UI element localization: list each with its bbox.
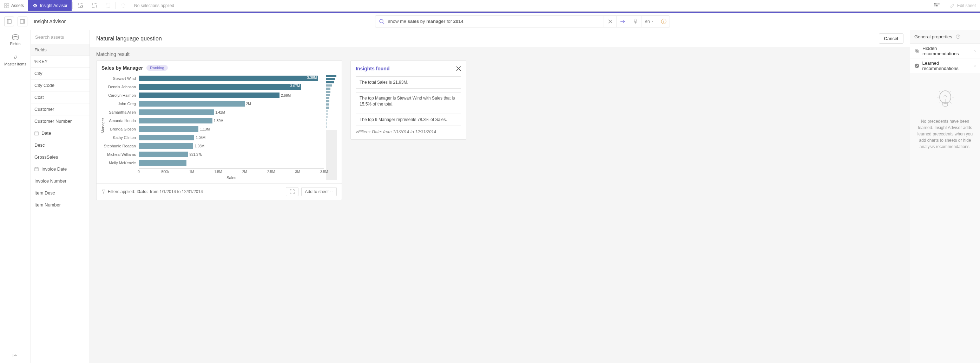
- field-label: %KEY: [34, 59, 48, 64]
- search-input[interactable]: show me sales by manager for 2014: [388, 19, 604, 24]
- rail-fields[interactable]: Fields: [0, 30, 30, 50]
- field-item[interactable]: GrossSales: [31, 151, 89, 163]
- toggle-right-panel-button[interactable]: [18, 16, 27, 26]
- svg-point-19: [380, 19, 383, 23]
- svg-line-44: [939, 102, 940, 103]
- question-title: Natural language question: [96, 35, 162, 42]
- svg-line-20: [383, 22, 384, 24]
- field-item[interactable]: Customer Number: [31, 115, 89, 127]
- x-tick: 500k: [162, 170, 169, 174]
- voice-input-button[interactable]: [629, 16, 641, 27]
- field-label: GrossSales: [34, 154, 58, 160]
- edit-sheet-button[interactable]: Edit sheet: [946, 0, 980, 11]
- insight-item: The total Sales is 21.93M.: [356, 76, 461, 89]
- x-axis-label: Sales: [139, 175, 324, 180]
- field-item[interactable]: Invoice Number: [31, 175, 89, 187]
- insight-advisor-tab[interactable]: Insight Advisor: [28, 0, 72, 11]
- x-tick: 0: [138, 170, 140, 174]
- bar-row[interactable]: Micheal Williams931.37k: [102, 150, 324, 158]
- minimap-bar: [326, 113, 328, 115]
- microphone-icon: [633, 19, 638, 24]
- bar-row[interactable]: Samantha Allen1.42M: [102, 108, 324, 117]
- language-select[interactable]: en: [641, 16, 657, 27]
- field-item[interactable]: Customer: [31, 103, 89, 115]
- bar-row[interactable]: Kathy Clinton1.05M: [102, 133, 324, 142]
- bar-row[interactable]: Dennis Johnson3.07M: [102, 83, 324, 91]
- clear-search-button[interactable]: [604, 16, 616, 27]
- bar-row[interactable]: Stewart Wind3.39M: [102, 74, 324, 83]
- add-to-sheet-button[interactable]: Add to sheet: [301, 187, 337, 196]
- svg-line-37: [915, 49, 919, 53]
- hidden-recommendations-item[interactable]: Hidden recommendations ›: [910, 44, 980, 58]
- top-toolbar: Assets Insight Advisor No selections app…: [0, 0, 980, 11]
- lasso-icon: [92, 3, 97, 8]
- insights-close-button[interactable]: [456, 66, 461, 71]
- field-item[interactable]: Desc: [31, 139, 89, 151]
- minimap-bar: [326, 97, 329, 99]
- svg-line-42: [939, 91, 940, 92]
- fields-list[interactable]: %KEYCityCity CodeCostCustomerCustomer Nu…: [31, 56, 89, 363]
- panel-left-icon: [7, 19, 11, 24]
- filters-applied: Filters applied: Date: from 1/1/2014 to …: [102, 189, 203, 194]
- bar-row[interactable]: Molly McKenzie: [102, 158, 324, 167]
- field-item[interactable]: Item Number: [31, 199, 89, 211]
- fields-search[interactable]: Search assets: [31, 30, 89, 44]
- cancel-button[interactable]: Cancel: [879, 34, 904, 44]
- bar-row[interactable]: Carolyn Halmon2.66M: [102, 91, 324, 99]
- svg-text:i: i: [663, 20, 663, 24]
- close-icon: [608, 19, 612, 24]
- svg-rect-12: [938, 3, 940, 5]
- bar-value-label: 1.13M: [200, 127, 210, 131]
- left-rail: Fields Master items: [0, 30, 31, 363]
- svg-text:?: ?: [957, 35, 959, 38]
- field-label: Invoice Date: [41, 166, 67, 172]
- clear-selections-icon: [121, 3, 126, 8]
- learned-recommendations-item[interactable]: Learned recommendations ›: [910, 58, 980, 73]
- minimap-bar: [326, 78, 335, 80]
- clear-selections-button[interactable]: [116, 0, 130, 11]
- smart-select-button[interactable]: [73, 0, 88, 11]
- collapse-rail-button[interactable]: [12, 348, 19, 363]
- svg-point-9: [121, 4, 125, 8]
- chart-minimap[interactable]: [326, 74, 337, 180]
- assets-tab[interactable]: Assets: [0, 0, 28, 11]
- chevron-right-icon: ›: [974, 48, 976, 53]
- bar-chart[interactable]: Manager Stewart Wind3.39MDennis Johnson3…: [102, 74, 337, 180]
- step-back-button[interactable]: [102, 0, 115, 11]
- selections-tool-button[interactable]: [929, 0, 944, 11]
- minimap-bar: [326, 88, 331, 90]
- rail-master-items[interactable]: Master items: [0, 50, 30, 70]
- svg-rect-1: [7, 3, 9, 5]
- field-item[interactable]: Item Desc: [31, 187, 89, 199]
- selections-tool-icon: [934, 2, 940, 9]
- bar-row[interactable]: John Greg2M: [102, 99, 324, 108]
- x-tick: 3.5M: [320, 170, 328, 174]
- fullscreen-button[interactable]: [286, 187, 299, 196]
- bar-category-label: Amanda Honda: [102, 118, 139, 123]
- field-item[interactable]: %KEY: [31, 56, 89, 67]
- help-button[interactable]: i: [657, 16, 670, 27]
- calendar-icon: [34, 167, 39, 171]
- chevron-down-icon: [330, 191, 333, 193]
- bar-row[interactable]: Amanda Honda1.39M: [102, 117, 324, 125]
- submit-search-button[interactable]: [616, 16, 629, 27]
- field-item[interactable]: City: [31, 67, 89, 80]
- toolbar-separator: [116, 2, 116, 9]
- field-item[interactable]: City Code: [31, 80, 89, 91]
- field-item[interactable]: Invoice Date: [31, 163, 89, 175]
- minimap-bar: [326, 75, 336, 77]
- bar-row[interactable]: Brenda Gibson1.13M: [102, 125, 324, 133]
- field-label: Cost: [34, 94, 44, 100]
- matching-result-label: Matching result: [96, 51, 904, 57]
- lasso-select-button[interactable]: [88, 0, 102, 11]
- chevron-right-icon: ›: [974, 63, 976, 68]
- bar-row[interactable]: Stephanie Reagan1.03M: [102, 142, 324, 150]
- bar-category-label: Stewart Wind: [102, 76, 139, 80]
- field-item[interactable]: Cost: [31, 91, 89, 103]
- help-icon[interactable]: ?: [956, 34, 960, 39]
- page-title: Insight Advisor: [34, 19, 66, 24]
- toggle-left-panel-button[interactable]: [4, 16, 14, 26]
- bar-value-label: 2.66M: [281, 94, 291, 98]
- field-item[interactable]: Date: [31, 127, 89, 139]
- bar-category-label: Samantha Allen: [102, 110, 139, 114]
